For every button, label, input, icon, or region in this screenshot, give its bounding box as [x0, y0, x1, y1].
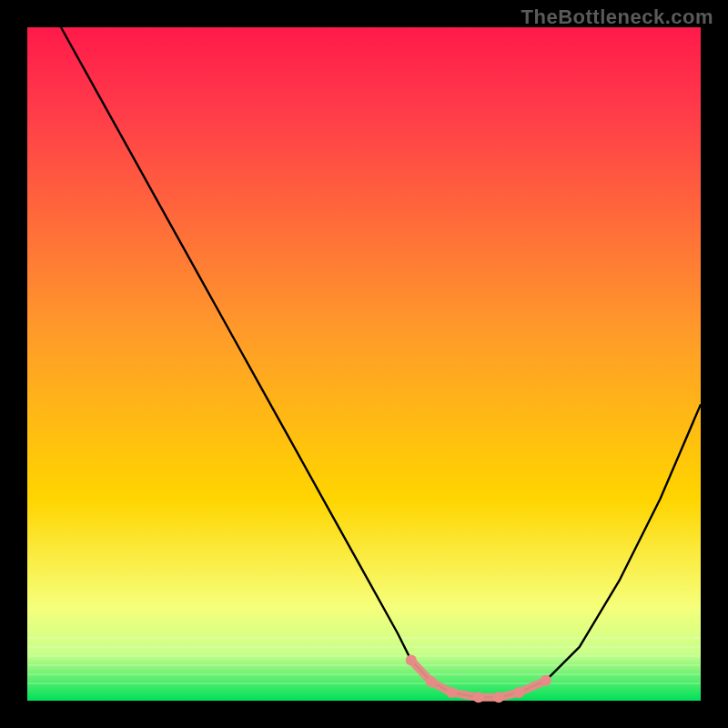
chart-svg: [0, 0, 728, 728]
svg-rect-2: [27, 646, 701, 648]
flat-region-marker: [473, 692, 484, 703]
svg-rect-1: [27, 637, 701, 639]
watermark-text: TheBottleneck.com: [521, 5, 713, 29]
flat-region-marker: [493, 692, 504, 703]
flat-region-marker: [513, 687, 524, 698]
flat-region-marker: [406, 655, 417, 666]
flat-region-marker: [541, 675, 551, 686]
flat-region-marker: [446, 687, 457, 698]
svg-rect-4: [27, 664, 701, 666]
svg-rect-3: [27, 655, 701, 657]
plot-background: [27, 27, 701, 701]
flat-region-marker: [426, 676, 437, 687]
chart-container: TheBottleneck.com: [0, 0, 728, 728]
svg-rect-6: [27, 682, 701, 684]
svg-rect-5: [27, 673, 701, 675]
